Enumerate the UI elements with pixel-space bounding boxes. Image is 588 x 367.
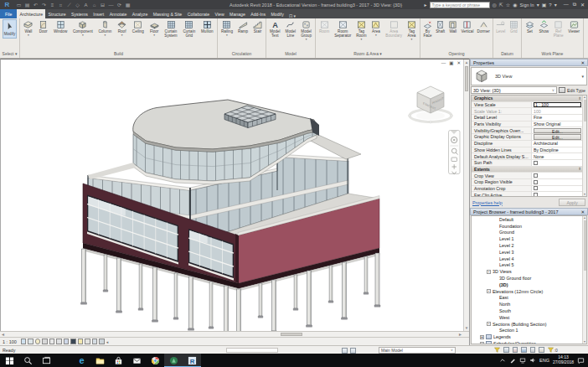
hidden-icons-icon[interactable] xyxy=(499,357,506,364)
temporary-view-properties-icon[interactable] xyxy=(85,339,90,344)
section-pin-icon[interactable]: ⇞ xyxy=(578,96,581,101)
property-value[interactable] xyxy=(532,173,586,178)
property-value[interactable]: Architectural xyxy=(532,141,586,147)
volume-icon[interactable] xyxy=(529,357,536,364)
scroll-right-icon[interactable]: ► xyxy=(457,332,463,337)
taskbar-task-view-icon[interactable] xyxy=(37,354,55,367)
tab-architecture[interactable]: Architecture xyxy=(17,9,45,18)
taskbar-edge-icon[interactable]: e xyxy=(72,354,90,367)
network-icon[interactable] xyxy=(519,357,526,364)
taskbar-autodesk-app-icon[interactable] xyxy=(164,354,183,367)
help-icon[interactable]: ? xyxy=(549,2,551,8)
taskbar-chrome-icon[interactable] xyxy=(146,354,164,367)
view-scale-button[interactable]: 1 : 100 xyxy=(3,339,17,344)
checkbox[interactable] xyxy=(534,186,538,190)
tree-item-south[interactable]: South xyxy=(472,308,586,314)
collapse-icon[interactable]: - xyxy=(487,322,491,326)
scroll-down-icon[interactable]: ▼ xyxy=(464,325,469,331)
property-value[interactable]: Fine xyxy=(532,115,586,121)
tree-item-ground[interactable]: Ground xyxy=(472,230,586,236)
property-value[interactable]: Edit... xyxy=(532,127,586,133)
tag-icon[interactable]: ◇ xyxy=(75,2,80,8)
default-3d-view-icon[interactable]: ⌂ xyxy=(91,2,97,8)
ribbon-button-roof[interactable]: Roof▾ xyxy=(116,19,127,37)
property-value[interactable]: None xyxy=(532,153,586,159)
close-button[interactable]: ✕ xyxy=(580,2,585,8)
cart-icon[interactable]: ▣ xyxy=(542,2,547,8)
thin-lines-icon[interactable]: — xyxy=(108,2,114,8)
property-value[interactable]: Edit... xyxy=(532,134,586,140)
tab-add-ins[interactable]: Add-Ins xyxy=(248,9,268,18)
temporary-hide-isolate-icon[interactable] xyxy=(70,339,76,344)
signin-caret-icon[interactable]: ▾ xyxy=(537,2,539,8)
checkbox[interactable] xyxy=(534,161,538,165)
property-value[interactable]: 1 : 100 xyxy=(532,102,586,108)
taskbar-store-icon[interactable] xyxy=(109,354,127,367)
show-crop-icon[interactable] xyxy=(56,339,62,344)
combo-caret-icon[interactable]: ∨ xyxy=(552,88,554,92)
search-input[interactable]: Type a keyword or phrase xyxy=(430,2,490,8)
search-binoculars-icon[interactable]: ◎ xyxy=(493,2,497,8)
ribbon-button-shaft[interactable]: Shaft xyxy=(435,19,446,35)
ribbon-button-show[interactable]: Show xyxy=(539,19,550,35)
tab-view[interactable]: View xyxy=(212,9,227,18)
property-value[interactable]: By Discipline xyxy=(532,147,586,153)
properties-close-icon[interactable]: ✕ xyxy=(580,60,585,65)
ribbon-button-column[interactable]: Column▾ xyxy=(97,19,112,37)
tree-item-level-1[interactable]: Level 1 xyxy=(472,235,586,242)
tab-collaborate[interactable]: Collaborate xyxy=(184,9,212,18)
edit-button[interactable]: Edit... xyxy=(534,134,581,140)
ribbon-button-door[interactable]: Door xyxy=(38,19,49,35)
type-selector-caret-icon[interactable]: ▾ xyxy=(581,74,584,79)
text-icon[interactable]: A xyxy=(83,2,89,8)
properties-scrollbar[interactable]: ▲▼ xyxy=(582,96,586,196)
properties-help-link[interactable]: Properties help xyxy=(472,200,503,205)
section-icon[interactable]: ⊟ xyxy=(100,2,106,8)
ribbon-button-stair[interactable]: Stair xyxy=(252,19,263,35)
ribbon-button-curtain-grid[interactable]: Curtain Grid xyxy=(182,19,196,39)
collapse-icon[interactable]: - xyxy=(487,270,491,274)
worksets-icon[interactable] xyxy=(342,348,348,354)
ribbon-button-railing[interactable]: Railing▾ xyxy=(220,19,234,37)
property-value[interactable] xyxy=(532,192,586,197)
view-minimize-button[interactable]: — xyxy=(441,60,446,65)
vertical-scrollbar[interactable]: ▲ ▼ xyxy=(463,59,469,331)
project-browser-close-icon[interactable]: ✕ xyxy=(580,209,585,215)
checkbox[interactable] xyxy=(534,173,538,178)
tree-item-level-3[interactable]: Level 3 xyxy=(472,249,586,256)
favorites-star-icon[interactable]: ☆ xyxy=(506,2,510,8)
pin-select-icon[interactable] xyxy=(513,347,518,353)
tab-massing-site[interactable]: Massing & Site xyxy=(150,9,184,18)
view-cube[interactable]: FRONTRIGHT xyxy=(403,81,458,132)
view-instance-combo[interactable]: 3D View: {3D} ∨ xyxy=(471,86,557,94)
edit-type-button[interactable]: Edit Type xyxy=(559,87,587,93)
ribbon-button-viewer[interactable]: Viewer xyxy=(567,19,580,35)
building-3d-model[interactable] xyxy=(1,59,463,331)
sign-in-button[interactable]: Sign In xyxy=(520,3,534,8)
sun-path-icon[interactable] xyxy=(35,339,41,344)
ribbon-button-mullion[interactable]: Mullion xyxy=(200,19,214,35)
tree-item-3d-ground-floor[interactable]: 3D Ground floor xyxy=(472,275,586,282)
tab-structure[interactable]: Structure xyxy=(45,9,68,18)
notification-center-icon[interactable] xyxy=(577,357,585,364)
expand-icon[interactable]: + xyxy=(480,342,484,344)
help-caret-icon[interactable]: ▾ xyxy=(554,2,557,8)
drawing-area[interactable]: — ▣ ✕ FRONTRIGHT ▲ ▼ xyxy=(0,59,469,331)
tab-systems[interactable]: Systems xyxy=(69,9,90,18)
edit-button[interactable]: Edit... xyxy=(534,128,581,134)
expand-icon[interactable]: + xyxy=(480,335,484,339)
tree-item-sections-building-section-[interactable]: -Sections (Building Section) xyxy=(472,321,586,328)
ribbon-button-tag-room[interactable]: Tag Room▾ xyxy=(355,19,367,41)
tree-item--3d-[interactable]: (3D) xyxy=(472,282,586,288)
ribbon-button-component[interactable]: Component▾ xyxy=(72,19,94,37)
revit-logo-icon[interactable]: R xyxy=(2,1,13,8)
ribbon-button-ceiling[interactable]: Ceiling xyxy=(132,19,145,35)
property-value[interactable] xyxy=(532,186,586,192)
print-icon[interactable]: ≡ xyxy=(49,2,55,8)
language-indicator[interactable]: ENG xyxy=(539,358,549,363)
horizontal-scrollbar[interactable]: ◄ ► xyxy=(0,331,469,337)
ribbon-button-wall[interactable]: Wall▾ xyxy=(23,19,34,37)
switch-windows-icon[interactable]: ▦ xyxy=(125,2,131,8)
ribbon-button-dormer[interactable]: Dormer xyxy=(477,19,491,35)
sync-icon[interactable]: ⟳ xyxy=(116,2,122,8)
